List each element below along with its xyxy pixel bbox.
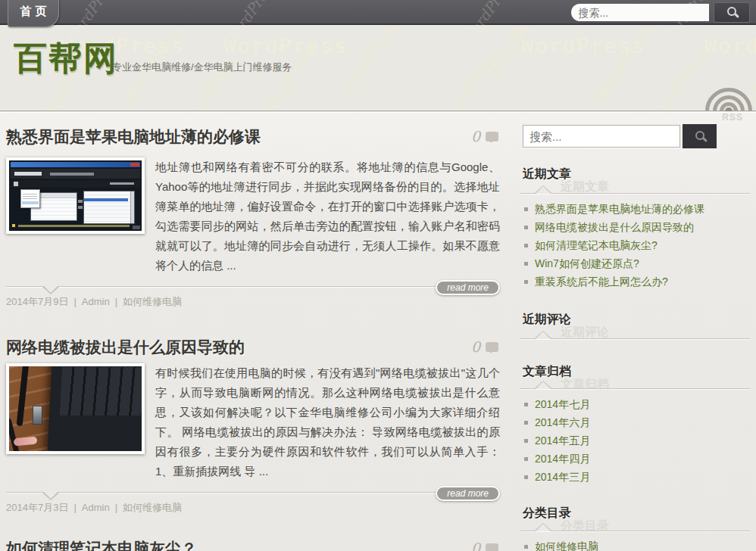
post-thumbnail[interactable] [6, 363, 145, 454]
list-item: 如何清理笔记本电脑灰尘? [520, 236, 750, 254]
post-header: 如何清理笔记本电脑灰尘？ 0 [6, 539, 500, 551]
topbar-search-button[interactable] [714, 2, 750, 23]
sidebar-search-button[interactable] [683, 124, 717, 148]
archives-list: 2014年七月 2014年六月 2014年五月 2014年四月 2014年三月 [520, 395, 750, 486]
post-meta: 2014年7月3日|Admin|如何维修电脑 [6, 501, 500, 515]
comment-count: 0 [471, 338, 480, 355]
archive-link[interactable]: 2014年七月 [535, 398, 590, 410]
post-excerpt: 有时候我们在使用电脑的时候，有没有遇到"网络电缆被拔出"这几个字，从而导致电脑断… [155, 363, 500, 481]
post-body: 有时候我们在使用电脑的时候，有没有遇到"网络电缆被拔出"这几个字，从而导致电脑断… [6, 363, 500, 481]
widget-title: 文章归档 [523, 364, 750, 379]
post-date: 2014年7月9日 [6, 296, 68, 307]
read-more-button[interactable]: read more [436, 486, 500, 501]
widget-separator [520, 388, 750, 389]
topbar-search-input[interactable] [571, 4, 709, 21]
site-title[interactable]: 百帮网 [14, 39, 118, 78]
widget-archives: 文章归档 文章归档 2014年七月 2014年六月 2014年五月 2014年四… [520, 364, 750, 486]
list-item: 2014年七月 [520, 395, 750, 413]
list-item: 熟悉界面是苹果电脑地址薄的必修课 [520, 200, 750, 218]
list-item: 网络电缆被拔出是什么原因导致的 [520, 218, 750, 236]
widget-title-echo: 文章归档 [561, 377, 609, 393]
nav-home-tab[interactable]: 首页 [8, 0, 59, 27]
wordpress-watermark: WordPress [436, 46, 503, 111]
wordpress-watermark: WordPress [589, 25, 656, 107]
comment-icon [486, 342, 498, 352]
post-title[interactable]: 如何清理笔记本电脑灰尘？ [6, 539, 447, 551]
separator-notch [535, 338, 551, 346]
separator-notch [42, 493, 59, 500]
widget-title: 分类目录 [523, 506, 750, 521]
recent-post-link[interactable]: 网络电缆被拔出是什么原因导致的 [535, 221, 694, 233]
wordpress-watermark: WordPress [336, 25, 403, 100]
site-tagline: 专业金华电脑维修/金华电脑上门维修服务 [112, 61, 292, 74]
list-item: 2014年四月 [520, 450, 750, 468]
recent-post-link[interactable]: 熟悉界面是苹果电脑地址薄的必修课 [535, 203, 704, 215]
comment-count-badge[interactable]: 0 [471, 540, 498, 551]
list-item: 2014年六月 [520, 413, 750, 431]
wordpress-watermark: WordPress [483, 25, 550, 83]
post-thumbnail[interactable] [6, 157, 145, 234]
sidebar: 近期文章 近期文章 熟悉界面是苹果电脑地址薄的必修课 网络电缆被拔出是什么原因导… [520, 113, 750, 551]
archive-link[interactable]: 2014年四月 [535, 453, 590, 465]
post-meta: 2014年7月9日|Admin|如何维修电脑 [6, 295, 500, 309]
rss-label: RSS [722, 112, 743, 123]
list-item: 重装系统后不能上网怎么办? [520, 272, 750, 291]
search-icon [695, 131, 704, 140]
post-title[interactable]: 网络电缆被拔出是什么原因导致的 [6, 338, 447, 357]
wordpress-watermark: WordPress [223, 34, 348, 58]
post-footer-rule: read more [6, 280, 500, 294]
post-header: 网络电缆被拔出是什么原因导致的 0 [6, 338, 500, 357]
recent-post-link[interactable]: 重装系统后不能上网怎么办? [535, 276, 668, 288]
list-item: Win7如何创建还原点? [520, 254, 750, 272]
widget-recent-posts: 近期文章 近期文章 熟悉界面是苹果电脑地址薄的必修课 网络电缆被拔出是什么原因导… [520, 167, 750, 291]
post-footer-rule: read more [6, 486, 500, 500]
post-author-link[interactable]: Admin [82, 502, 110, 513]
wordpress-watermark: WordPress [254, 40, 321, 111]
category-link[interactable]: 如何维修电脑 [535, 540, 598, 551]
post: 网络电缆被拔出是什么原因导致的 0 有时候我们在使用电脑的时候，有没有遇到"网络… [6, 338, 500, 515]
post-title[interactable]: 熟悉界面是苹果电脑地址薄的必修课 [6, 127, 447, 147]
widget-title: 近期文章 [523, 167, 750, 182]
post: 如何清理笔记本电脑灰尘？ 0 如何为笔记本散热呢?金华电脑维修通过对比得出为笔记… [6, 539, 500, 551]
post: 熟悉界面是苹果电脑地址薄的必修课 0 [6, 127, 500, 309]
archive-link[interactable]: 2014年五月 [535, 434, 590, 447]
archive-link[interactable]: 2014年三月 [535, 471, 590, 483]
search-icon [727, 7, 736, 16]
post-excerpt: 地址簿也和网络有着密不可分的联系。将地址簿的信息与Google、Yahoo等的地… [155, 157, 500, 276]
site-header: WordPress WordPress WordPress WordPress … [0, 25, 756, 111]
recent-post-link[interactable]: Win7如何创建还原点? [535, 257, 639, 269]
post-header: 熟悉界面是苹果电脑地址薄的必修课 0 [6, 127, 500, 147]
widget-separator [520, 531, 750, 531]
separator-notch [42, 287, 59, 294]
posts-column: 熟悉界面是苹果电脑地址薄的必修课 0 [6, 113, 500, 551]
categories-list: 如何维修电脑 [520, 537, 750, 551]
sidebar-search-input[interactable] [523, 125, 680, 148]
comment-icon [486, 132, 498, 142]
widget-recent-comments: 近期评论 近期评论 [520, 312, 750, 339]
widget-title: 近期评论 [523, 312, 750, 327]
comment-count-badge[interactable]: 0 [471, 338, 498, 355]
post-date: 2014年7月3日 [6, 502, 68, 513]
post-body: 地址簿也和网络有着密不可分的联系。将地址簿的信息与Google、Yahoo等的地… [6, 157, 500, 276]
content: 熟悉界面是苹果电脑地址薄的必修课 0 [0, 112, 756, 551]
widget-separator [520, 193, 750, 194]
rss-icon[interactable] [704, 79, 753, 111]
recent-posts-list: 熟悉界面是苹果电脑地址薄的必修课 网络电缆被拔出是什么原因导致的 如何清理笔记本… [520, 200, 750, 291]
wordpress-watermark: WordPress [645, 45, 712, 111]
list-item: 2014年三月 [520, 468, 750, 486]
list-item: 如何维修电脑 [520, 537, 750, 551]
comment-count: 0 [471, 540, 480, 551]
post-category-link[interactable]: 如何维修电脑 [123, 296, 182, 307]
read-more-button[interactable]: read more [436, 280, 500, 295]
wordpress-watermark: WordPress [704, 34, 756, 58]
post-author-link[interactable]: Admin [82, 296, 110, 307]
archive-link[interactable]: 2014年六月 [535, 416, 590, 428]
topbar-search [571, 2, 750, 23]
sidebar-search [523, 124, 750, 148]
widget-categories: 分类目录 分类目录 如何维修电脑 [520, 506, 750, 551]
topbar: WordPress WordPress WordPress WordPress … [0, 0, 756, 25]
post-category-link[interactable]: 如何维修电脑 [123, 502, 182, 513]
recent-post-link[interactable]: 如何清理笔记本电脑灰尘? [535, 239, 658, 251]
comment-count-badge[interactable]: 0 [471, 128, 498, 145]
widget-separator [520, 338, 750, 339]
